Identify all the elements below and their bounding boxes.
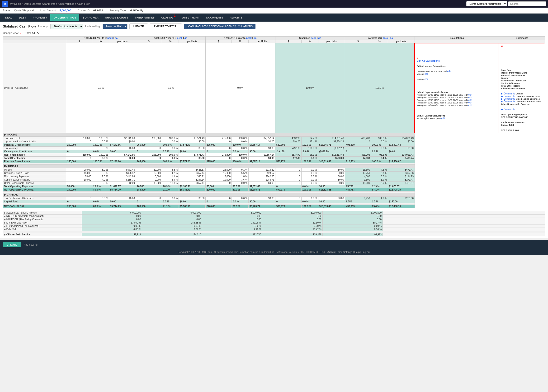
tab-third-parties[interactable]: THIRD PARTIES (132, 14, 158, 21)
comments-vacant-label: Income from Vacant Units (501, 72, 527, 74)
grounds-comment[interactable]: ▶ Comments (501, 95, 515, 98)
page-footer: Copyright 2000-2018 CMBS.com. All rights… (0, 249, 548, 255)
tab-reports[interactable]: REPORTS (227, 14, 246, 21)
page-content: Stabilized Cash Flow Property: Stanford … (0, 21, 548, 238)
vacant-edit[interactable]: edit (425, 73, 428, 75)
cashflow-table-wrap: 1/08-12/08 Year to D peek | go 1/09-12/0… (3, 36, 545, 208)
other2-comment[interactable]: ▶ Comments (501, 108, 515, 111)
uw-dropdown[interactable]: Proforma UW (103, 24, 128, 29)
toi-row: Total Other Income 00.0 %$0.00 00.0 %$0.… (3, 157, 545, 160)
col-proforma-header: Proforma UW peek | go (345, 36, 415, 40)
tab-documents[interactable]: DOCUMENTS (203, 14, 227, 21)
debt-yield-row: ▶ Debt Yield 4.00 % 3.77 % 4.40 % 11.42 … (3, 228, 545, 231)
control-value: 09-0002 (93, 9, 103, 12)
col-desc-header (3, 36, 66, 40)
go-link-3[interactable]: go (254, 37, 256, 39)
add-noi-link[interactable]: Add new noi (24, 243, 38, 246)
occ1: 0.0 % (66, 43, 136, 133)
status-value: Quote / Proposal (14, 9, 34, 12)
go-link-2[interactable]: go (185, 37, 187, 39)
ga-row: General & Administrative 10,0004.0 %$285… (3, 178, 545, 182)
noi-row: NET OPERATING INCOME 200,00080.0 %$5,714… (3, 188, 545, 191)
loan-button[interactable]: LOAN AMOUNT & ADDITIONAL LOAN CALCULATIO… (184, 24, 256, 29)
go-link-p[interactable]: go (390, 37, 393, 39)
tab-underwritings[interactable]: UNDERWRITINGS (50, 14, 79, 21)
edit-all-capital-label: Edit All Capital Calculations (417, 115, 445, 117)
nri-row: Net Rental Income 250,000100.0 %$7,142.8… (3, 153, 545, 157)
peek-link-2[interactable]: peek (177, 37, 183, 39)
edit-all-calculations[interactable]: Edit All Calculations (417, 60, 440, 62)
ncf-comment-label: NET CASH FLOW (501, 129, 519, 132)
col-period1-header: 1/08-12/08 Year to D peek | go (66, 36, 136, 40)
occ3: 0.0 % (206, 43, 275, 133)
col-stabilized-header: Stabilized peek | go (275, 36, 345, 40)
grounds-calc: Average of 12/09-11/10 Year to , 1/09-12… (417, 96, 472, 99)
comments-potential-label: Potential Gross Income (501, 74, 525, 77)
page-title: Stabilized Cash Flow (3, 24, 36, 28)
tab-property[interactable]: PROPERTY (29, 14, 50, 21)
util-edit[interactable]: edit (468, 93, 472, 96)
util-comment-label: Utilities (516, 92, 524, 95)
peek-link-p[interactable]: peek (383, 37, 388, 39)
go-link-1[interactable]: go (115, 37, 118, 39)
tab-closing[interactable]: CLOSING 1 (158, 14, 179, 21)
help-link[interactable]: Help (354, 251, 360, 253)
vacancy-row: ▶ Vacancy 00.0 %$0.00 00.0 %$0.00 00.0 %… (3, 147, 545, 150)
util-comment[interactable]: ▶ Comments (501, 92, 515, 95)
vacancy-edit[interactable]: edit (425, 78, 428, 80)
header-row-2: $%per Units $%per Units $%per Units $%pe… (3, 40, 545, 43)
search-box: Demo Stanford Apartments (466, 1, 546, 7)
units-label: Units: 35 (4, 87, 13, 89)
user-settings-link[interactable]: User Settings (337, 251, 352, 253)
property-select[interactable]: Demo Stanford Apartments (466, 1, 507, 7)
update-button[interactable]: UPDATE (129, 23, 148, 29)
rep-reserves-edit[interactable]: edit (441, 117, 445, 119)
property-type-value: Multifamily (130, 9, 143, 12)
base-rent-edit[interactable]: edit (447, 70, 451, 73)
search-input[interactable] (508, 1, 546, 6)
property-dropdown[interactable]: Stanford Apartments (50, 24, 83, 29)
peek-link-1[interactable]: peek (107, 37, 113, 39)
log-out-link[interactable]: Log out (362, 251, 370, 253)
admin-link[interactable]: Admin (327, 251, 335, 253)
base-rent-calc: Contract Rent per the Rent Roll edit (417, 70, 451, 73)
vcl-row: Vacancy and Credit Loss 00.0 %$0.00 00.0… (3, 150, 545, 153)
noi-dscr-row: ▶ NOI DSCR (Risk Rating Constant) 0.00 0… (3, 218, 545, 221)
vacant-calc: Various edit (417, 73, 428, 75)
misc-edit[interactable]: edit (468, 99, 472, 101)
base-rent-row: ▶ Base Rent 250,000100.0 %$7,142.86 265,… (3, 137, 545, 140)
peek-link-s[interactable]: peek (311, 37, 316, 39)
other-edit[interactable]: edit (468, 104, 472, 106)
metrics-table: ▶ Actual Initial Funding Amount 5,000,00… (3, 211, 545, 236)
grounds-row: Grounds, Snow & Trash 15,0006.0 %$428.57… (3, 172, 545, 175)
ga-comment[interactable]: ▶ Comments (501, 100, 515, 103)
ga-edit[interactable]: edit (468, 101, 472, 104)
funding-amount-row: ▶ Actual Initial Funding Amount 5,000,00… (3, 211, 545, 215)
occ-label: Occupancy: (15, 87, 28, 89)
potential-gross-row: Potential Gross Income 250,000100.0 %$7,… (3, 143, 545, 147)
annotation-1: 1 (174, 14, 176, 17)
col-period2-header: 1/09-12/09 Year to D peek | go (136, 36, 206, 40)
edit-all-income-label: Edit All Income Calculations (417, 65, 445, 67)
comments-vcl-label: Vacancy and Credit Loss (501, 79, 527, 82)
nav-tabs: DEAL DEBT PROPERTY UNDERWRITINGS BORROWE… (0, 14, 548, 21)
cf-after-debt-row: ▶ CF after Debt Service -142,710 -154,21… (3, 233, 545, 236)
go-link-s[interactable]: go (318, 37, 321, 39)
comments-egi-label: Effective Gross Income (501, 87, 525, 90)
tab-shares-chats[interactable]: SHARES & CHATS (102, 14, 132, 21)
tab-deal[interactable]: DEAL (2, 14, 16, 21)
export-button[interactable]: EXPORT TO EXCEL (150, 23, 182, 29)
breadcrumb: My Deals > Demo Stanford Apartments > Un… (10, 2, 90, 5)
misc-comment[interactable]: ▶ Comments (501, 98, 515, 100)
col-period3-header: 12/09-11/10 Year to peek | go (206, 36, 275, 40)
tab-debt[interactable]: DEBT (16, 14, 29, 21)
show-all-select[interactable]: Show All (22, 31, 40, 35)
vacant-units-row: ▶ Income from Vacant Units 00.0 %$0.00 0… (3, 140, 545, 143)
rr-comment-label: Replacement Reserves (501, 121, 525, 124)
grounds-edit[interactable]: edit (468, 96, 472, 99)
tab-borrower[interactable]: BORROWER (79, 14, 102, 21)
footer-update-button[interactable]: UPDATE (3, 242, 21, 247)
occ2: 0.0 % (136, 43, 206, 133)
peek-link-3[interactable]: peek (246, 37, 252, 39)
tab-asset-mgmt[interactable]: ASSET MGMT (179, 14, 203, 21)
